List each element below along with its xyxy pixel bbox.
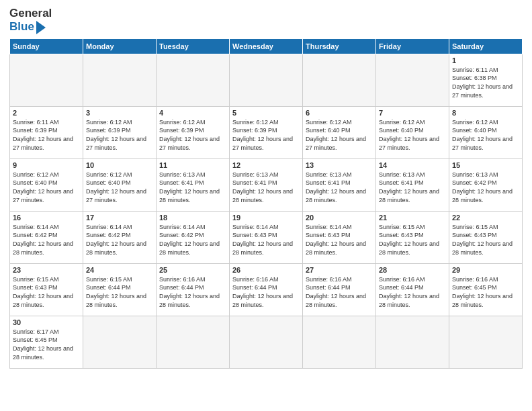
day-number: 27 [306, 266, 373, 274]
calendar-week-4: 16Sunrise: 6:14 AMSunset: 6:42 PMDayligh… [10, 211, 523, 263]
day-info: Sunrise: 6:16 AMSunset: 6:44 PMDaylight:… [306, 275, 373, 309]
calendar-week-2: 2Sunrise: 6:11 AMSunset: 6:39 PMDaylight… [10, 106, 523, 158]
logo-blue-text: Blue [9, 20, 52, 34]
day-info: Sunrise: 6:14 AMSunset: 6:43 PMDaylight:… [232, 223, 300, 257]
day-number: 30 [13, 318, 80, 326]
day-info: Sunrise: 6:16 AMSunset: 6:44 PMDaylight:… [232, 275, 300, 309]
calendar-cell: 2Sunrise: 6:11 AMSunset: 6:39 PMDaylight… [10, 106, 83, 158]
day-info: Sunrise: 6:16 AMSunset: 6:44 PMDaylight:… [379, 275, 446, 309]
day-info: Sunrise: 6:13 AMSunset: 6:41 PMDaylight:… [159, 171, 226, 204]
weekday-header-tuesday: Tuesday [157, 38, 230, 54]
day-number: 10 [86, 161, 153, 169]
calendar-cell [303, 316, 376, 368]
calendar-cell [376, 54, 449, 106]
day-info: Sunrise: 6:14 AMSunset: 6:42 PMDaylight:… [13, 223, 80, 257]
calendar-cell: 22Sunrise: 6:15 AMSunset: 6:43 PMDayligh… [449, 211, 523, 263]
weekday-header-sunday: Sunday [10, 38, 83, 54]
calendar-cell: 18Sunrise: 6:14 AMSunset: 6:42 PMDayligh… [157, 211, 230, 263]
calendar-cell: 29Sunrise: 6:16 AMSunset: 6:45 PMDayligh… [449, 263, 523, 316]
calendar-cell: 12Sunrise: 6:13 AMSunset: 6:41 PMDayligh… [230, 158, 303, 211]
day-info: Sunrise: 6:13 AMSunset: 6:41 PMDaylight:… [379, 171, 446, 204]
day-number: 29 [452, 266, 519, 274]
day-number: 8 [452, 109, 519, 117]
day-number: 5 [232, 109, 300, 117]
calendar-cell: 17Sunrise: 6:14 AMSunset: 6:42 PMDayligh… [83, 211, 157, 263]
day-info: Sunrise: 6:15 AMSunset: 6:44 PMDaylight:… [86, 275, 153, 309]
day-info: Sunrise: 6:17 AMSunset: 6:45 PMDaylight:… [13, 328, 80, 361]
calendar-cell: 27Sunrise: 6:16 AMSunset: 6:44 PMDayligh… [303, 263, 376, 316]
weekday-header-saturday: Saturday [449, 38, 523, 54]
day-number: 15 [452, 161, 519, 169]
calendar-cell: 8Sunrise: 6:12 AMSunset: 6:40 PMDaylight… [449, 106, 523, 158]
calendar-cell [230, 316, 303, 368]
calendar-week-3: 9Sunrise: 6:12 AMSunset: 6:40 PMDaylight… [10, 158, 523, 211]
calendar-cell: 28Sunrise: 6:16 AMSunset: 6:44 PMDayligh… [376, 263, 449, 316]
calendar-cell [376, 316, 449, 368]
calendar-cell [157, 54, 230, 106]
logo: General Blue [9, 7, 52, 34]
calendar-cell: 14Sunrise: 6:13 AMSunset: 6:41 PMDayligh… [376, 158, 449, 211]
calendar-week-5: 23Sunrise: 6:15 AMSunset: 6:43 PMDayligh… [10, 263, 523, 316]
day-info: Sunrise: 6:14 AMSunset: 6:42 PMDaylight:… [86, 223, 153, 257]
day-number: 23 [13, 266, 80, 274]
calendar-cell [449, 316, 523, 368]
calendar-cell: 25Sunrise: 6:16 AMSunset: 6:44 PMDayligh… [157, 263, 230, 316]
logo-arrow-icon [36, 21, 46, 34]
calendar-cell: 5Sunrise: 6:12 AMSunset: 6:39 PMDaylight… [230, 106, 303, 158]
calendar-cell: 11Sunrise: 6:13 AMSunset: 6:41 PMDayligh… [157, 158, 230, 211]
day-info: Sunrise: 6:12 AMSunset: 6:39 PMDaylight:… [232, 118, 300, 152]
day-number: 14 [379, 161, 446, 169]
day-info: Sunrise: 6:15 AMSunset: 6:43 PMDaylight:… [13, 275, 80, 309]
header: General Blue [9, 7, 523, 34]
calendar-week-1: 1Sunrise: 6:11 AMSunset: 6:38 PMDaylight… [10, 54, 523, 106]
day-number: 26 [232, 266, 300, 274]
calendar-cell: 13Sunrise: 6:13 AMSunset: 6:41 PMDayligh… [303, 158, 376, 211]
calendar-cell: 24Sunrise: 6:15 AMSunset: 6:44 PMDayligh… [83, 263, 157, 316]
day-number: 7 [379, 109, 446, 117]
day-info: Sunrise: 6:13 AMSunset: 6:41 PMDaylight:… [306, 171, 373, 204]
day-info: Sunrise: 6:12 AMSunset: 6:40 PMDaylight:… [13, 171, 80, 204]
calendar-cell: 6Sunrise: 6:12 AMSunset: 6:40 PMDaylight… [303, 106, 376, 158]
day-info: Sunrise: 6:15 AMSunset: 6:43 PMDaylight:… [379, 223, 446, 257]
day-info: Sunrise: 6:11 AMSunset: 6:38 PMDaylight:… [452, 66, 519, 99]
day-info: Sunrise: 6:12 AMSunset: 6:40 PMDaylight:… [379, 118, 446, 152]
calendar-cell [10, 54, 83, 106]
day-info: Sunrise: 6:13 AMSunset: 6:42 PMDaylight:… [452, 171, 519, 204]
calendar-cell: 20Sunrise: 6:14 AMSunset: 6:43 PMDayligh… [303, 211, 376, 263]
calendar-cell: 10Sunrise: 6:12 AMSunset: 6:40 PMDayligh… [83, 158, 157, 211]
day-number: 4 [159, 109, 226, 117]
day-number: 16 [13, 214, 80, 222]
day-info: Sunrise: 6:14 AMSunset: 6:42 PMDaylight:… [159, 223, 226, 257]
calendar-cell: 23Sunrise: 6:15 AMSunset: 6:43 PMDayligh… [10, 263, 83, 316]
page: General Blue SundayMondayTuesdayWednesda… [0, 0, 532, 375]
day-number: 28 [379, 266, 446, 274]
day-info: Sunrise: 6:15 AMSunset: 6:43 PMDaylight:… [452, 223, 519, 257]
day-number: 22 [452, 214, 519, 222]
calendar-cell [303, 54, 376, 106]
calendar-cell: 1Sunrise: 6:11 AMSunset: 6:38 PMDaylight… [449, 54, 523, 106]
logo-general-text: General [9, 7, 52, 20]
day-number: 20 [306, 214, 373, 222]
weekday-header-friday: Friday [376, 38, 449, 54]
calendar-week-6: 30Sunrise: 6:17 AMSunset: 6:45 PMDayligh… [10, 316, 523, 368]
calendar-cell [83, 316, 157, 368]
day-info: Sunrise: 6:12 AMSunset: 6:40 PMDaylight:… [86, 171, 153, 204]
day-info: Sunrise: 6:16 AMSunset: 6:44 PMDaylight:… [159, 275, 226, 309]
day-number: 2 [13, 109, 80, 117]
calendar-header: SundayMondayTuesdayWednesdayThursdayFrid… [10, 38, 523, 54]
day-number: 18 [159, 214, 226, 222]
calendar-cell [83, 54, 157, 106]
weekday-row: SundayMondayTuesdayWednesdayThursdayFrid… [10, 38, 523, 54]
calendar-cell: 21Sunrise: 6:15 AMSunset: 6:43 PMDayligh… [376, 211, 449, 263]
calendar-cell: 26Sunrise: 6:16 AMSunset: 6:44 PMDayligh… [230, 263, 303, 316]
day-number: 3 [86, 109, 153, 117]
day-number: 1 [452, 56, 519, 64]
calendar-cell: 3Sunrise: 6:12 AMSunset: 6:39 PMDaylight… [83, 106, 157, 158]
calendar-cell [157, 316, 230, 368]
day-number: 12 [232, 161, 300, 169]
day-number: 21 [379, 214, 446, 222]
weekday-header-monday: Monday [83, 38, 157, 54]
calendar-cell [230, 54, 303, 106]
day-info: Sunrise: 6:12 AMSunset: 6:39 PMDaylight:… [159, 118, 226, 152]
weekday-header-thursday: Thursday [303, 38, 376, 54]
